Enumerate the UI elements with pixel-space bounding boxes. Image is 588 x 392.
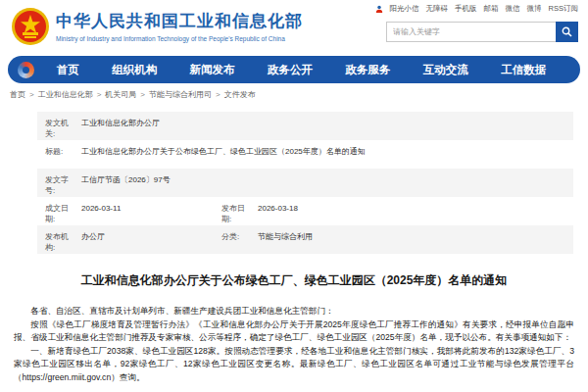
field-label: 发布日期: [221, 203, 248, 224]
field-value: 2026-03-11 [72, 203, 214, 214]
top-link[interactable]: 微信 [506, 4, 520, 14]
table-cell: 发文字号:工信厅节函〔2026〕97号 [37, 169, 573, 196]
field-value: 节能与综合利用 [248, 231, 573, 242]
site-title: 中华人民共和国工业和信息化部 [56, 10, 303, 32]
body-paragraph: 各省、自治区、直辖市及计划单列市、新疆生产建设兵团工业和信息化主管部门： [14, 305, 574, 318]
site-header: 中华人民共和国工业和信息化部 Ministry of Industry and … [0, 0, 588, 53]
national-emblem-icon [11, 7, 50, 46]
search-button[interactable] [556, 22, 578, 42]
field-label: 标题: [45, 146, 72, 157]
field-value: 办公厅 [72, 231, 214, 242]
top-link[interactable]: 阳光小信 [390, 4, 419, 14]
breadcrumb-item[interactable]: 节能与综合利用司 [149, 89, 212, 100]
field-label: 发文机关: [45, 118, 72, 139]
table-cell: 发布日期:2026-03-18 [214, 197, 573, 224]
table-cell: 标题:工业和信息化部办公厅关于公布绿色工厂、绿色工业园区（2025年度）名单的通… [37, 140, 573, 157]
breadcrumb-separator: > [29, 90, 34, 99]
nav-items: 首页组织机构新闻发布政务公开政务服务互动交流工信数据 [40, 63, 563, 77]
field-label: 发文字号: [45, 174, 72, 196]
field-label: 成文日期: [45, 203, 72, 224]
top-link[interactable]: 手机版 [455, 4, 477, 14]
breadcrumb-item[interactable]: 首页 [10, 89, 25, 100]
document-meta-table: 发文机关:工业和信息化部办公厅标题:工业和信息化部办公厅关于公布绿色工厂、绿色工… [37, 112, 573, 254]
field-value: 工信厅节函〔2026〕97号 [72, 174, 573, 185]
miit-portal-page: 中华人民共和国工业和信息化部 Ministry of Industry and … [0, 0, 588, 392]
nav-item[interactable]: 政务服务 [345, 63, 390, 77]
breadcrumb-item[interactable]: 工业和信息化部 [38, 89, 93, 100]
breadcrumb-separator: > [140, 90, 145, 99]
body-paragraph: 按照《绿色工厂梯度培育及管理暂行办法》《工业和信息化部办公厅关于开展2025年度… [14, 318, 574, 345]
person-mascot-icon [375, 5, 383, 13]
nav-item[interactable]: 组织机构 [112, 63, 157, 77]
table-cell: 发布机构:办公厅 [37, 225, 214, 253]
table-row: 标题:工业和信息化部办公厅关于公布绿色工厂、绿色工业园区（2025年度）名单的通… [37, 140, 573, 169]
top-link[interactable]: 无障碍 [426, 4, 449, 14]
top-link[interactable]: 微博 [527, 4, 542, 14]
site-subtitle: Ministry of Industry and Information Tec… [56, 35, 303, 42]
search-icon [562, 26, 572, 37]
body-paragraph: 一、新培育绿色工厂2038家、绿色工业园区128家。按照动态管理要求，经各地工业… [14, 345, 574, 385]
field-label: 发布机构: [45, 231, 72, 253]
nav-item[interactable]: 首页 [57, 63, 79, 77]
table-row: 发布机构:办公厅分类:节能与综合利用 [37, 225, 573, 254]
field-label: 分类: [221, 231, 248, 242]
field-value: 工业和信息化部办公厅关于公布绿色工厂、绿色工业园区（2025年度）名单的通知 [72, 146, 573, 157]
search-input[interactable] [386, 22, 556, 42]
breadcrumb: 首页>工业和信息化部>机关司局>节能与综合利用司>文件发布 [10, 89, 256, 100]
field-value: 工业和信息化部办公厅 [72, 118, 573, 128]
breadcrumb-separator: > [97, 90, 102, 99]
utility-links: 阳光小信无障碍手机版邮箱微信微博RSS订阅 [375, 4, 578, 14]
breadcrumb-item[interactable]: 机关司局 [105, 89, 136, 100]
nav-item[interactable]: 政务公开 [268, 63, 313, 77]
document-title: 工业和信息化部办公厅关于公布绿色工厂、绿色工业园区（2025年度）名单的通知 [29, 272, 559, 288]
breadcrumb-separator: > [216, 90, 220, 99]
table-row: 成文日期:2026-03-11发布日期:2026-03-18 [37, 197, 573, 225]
top-link[interactable]: RSS订阅 [549, 4, 578, 14]
breadcrumb-item: 文件发布 [224, 89, 256, 100]
site-brand: 中华人民共和国工业和信息化部 Ministry of Industry and … [56, 10, 303, 42]
table-cell: 分类:节能与综合利用 [214, 225, 573, 242]
top-link[interactable]: 邮箱 [484, 4, 499, 14]
table-row: 发文字号:工信厅节函〔2026〕97号 [37, 169, 573, 197]
nav-item[interactable]: 互动交流 [423, 63, 468, 77]
table-row: 发文机关:工业和信息化部办公厅 [37, 112, 573, 140]
miit-logo-icon [18, 62, 34, 78]
document-body: 各省、自治区、直辖市及计划单列市、新疆生产建设兵团工业和信息化主管部门：按照《绿… [14, 305, 574, 384]
search-bar [386, 22, 578, 42]
table-cell: 成文日期:2026-03-11 [37, 197, 214, 224]
nav-item[interactable]: 新闻发布 [190, 63, 235, 77]
table-cell: 发文机关:工业和信息化部办公厅 [37, 112, 573, 139]
main-nav: 首页组织机构新闻发布政务公开政务服务互动交流工信数据 [8, 56, 580, 83]
field-value: 2026-03-18 [248, 203, 573, 214]
nav-item[interactable]: 工信数据 [501, 63, 546, 77]
